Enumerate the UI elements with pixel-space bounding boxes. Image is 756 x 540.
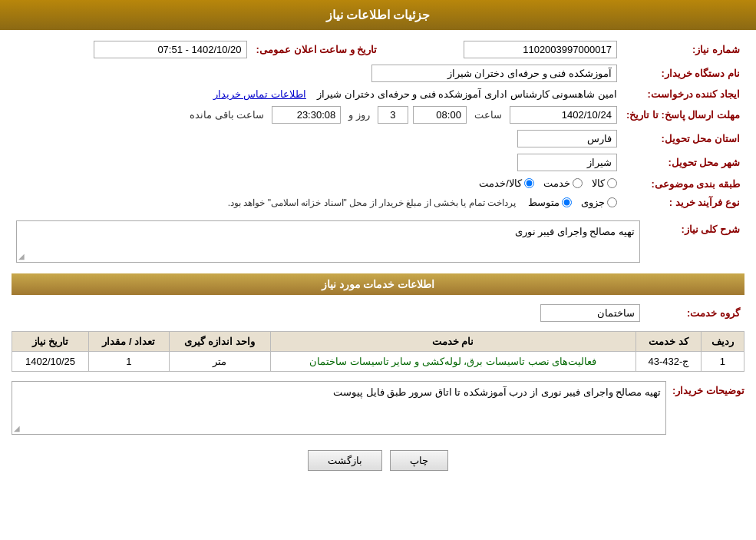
info-table: شماره نیاز: 1102003997000017 تاریخ و ساع… xyxy=(12,38,744,211)
tabaqe-label: طبقه بندی موضوعی: xyxy=(622,174,744,194)
mohlat-date-box: 1402/10/24 xyxy=(510,106,617,124)
shahr-box: شیراز xyxy=(517,154,617,171)
nam-dastgah-box: آموزشکده فنی و حرفه‌ای دختران شیراز xyxy=(371,65,617,82)
radio-kala-khedmat-item: کالا/خدمت xyxy=(479,177,534,189)
radio-kala[interactable] xyxy=(607,178,617,188)
group-value: ساختمان xyxy=(12,301,645,325)
col-unit: واحد اندازه گیری xyxy=(169,332,270,352)
radio-motevaset[interactable] xyxy=(562,197,572,207)
purchase-note: پرداخت تمام یا بخشی از مبلغ خریدار از مح… xyxy=(228,197,516,208)
page-wrapper: جزئیات اطلاعات نیاز شماره نیاز: 11020039… xyxy=(0,0,756,540)
col-name: نام خدمت xyxy=(270,332,636,352)
radio-kala-item: کالا xyxy=(592,177,617,189)
radio-khedmat[interactable] xyxy=(573,178,583,188)
table-row: 1 ج-432-43 فعالیت‌های نصب تاسیسات برق، ل… xyxy=(12,352,744,372)
col-radif: ردیف xyxy=(701,332,744,352)
mohlat-ersal-row: 1402/10/24 ساعت 08:00 3 روز و 23:30:08 xyxy=(12,103,622,127)
mohlat-ersal-label: مهلت ارسال پاسخ: تا تاریخ: xyxy=(622,103,744,127)
print-button[interactable]: چاپ xyxy=(390,450,448,471)
shomara-niaz-box: 1102003997000017 xyxy=(464,41,617,58)
ostan-value: فارس xyxy=(12,127,622,151)
page-title: جزئیات اطلاعات نیاز xyxy=(326,8,431,22)
resize-corner-notes: ◢ xyxy=(14,424,20,432)
nam-dastgah-value: آموزشکده فنی و حرفه‌ای دختران شیراز xyxy=(12,61,622,85)
group-box: ساختمان xyxy=(540,304,640,322)
tabaqe-radio-group: کالا خدمت کالا/خدمت xyxy=(479,177,617,189)
tarikh-label: تاریخ و ساعت اعلان عمومی: xyxy=(252,38,382,61)
sharh-description-box: تهیه مصالح واجرای فیبر نوری ◢ xyxy=(16,220,640,263)
contact-link[interactable]: اطلاعات تماس خریدار xyxy=(213,88,306,100)
buyer-notes-wrapper: تهیه مصالح واجرای فیبر نوری از درب آموزش… xyxy=(12,381,666,435)
shahr-value: شیراز xyxy=(12,151,622,174)
services-table-header: ردیف کد خدمت نام خدمت واحد اندازه گیری ت… xyxy=(12,332,744,352)
radio-khedmat-item: خدمت xyxy=(543,177,583,189)
resize-corner: ◢ xyxy=(18,252,25,260)
radio-motevaset-item: متوسط xyxy=(528,197,572,208)
services-table-body: 1 ج-432-43 فعالیت‌های نصب تاسیسات برق، ل… xyxy=(12,352,744,372)
nooe-farayand-label: نوع فرآیند خرید : xyxy=(622,194,744,211)
cell-code: ج-432-43 xyxy=(636,352,701,372)
mohlat-days-box: 3 xyxy=(378,106,408,124)
col-quantity: تعداد / مقدار xyxy=(89,332,170,352)
mohlat-ersal-flex: 1402/10/24 ساعت 08:00 3 روز و 23:30:08 xyxy=(16,106,617,124)
tarikh-box: 1402/10/20 - 07:51 xyxy=(94,41,247,58)
shomara-niaz-label: شماره نیاز: xyxy=(622,38,744,61)
col-code: کد خدمت xyxy=(636,332,701,352)
buttons-row: چاپ بازگشت xyxy=(12,450,744,471)
shomara-niaz-value: 1102003997000017 xyxy=(381,38,622,61)
cell-name: فعالیت‌های نصب تاسیسات برق، لوله‌کشی و س… xyxy=(270,352,636,372)
cell-radif: 1 xyxy=(701,352,744,372)
content-area: شماره نیاز: 1102003997000017 تاریخ و ساع… xyxy=(0,30,756,479)
page-header: جزئیات اطلاعات نیاز xyxy=(0,0,756,30)
rooz-va-label: روز و xyxy=(348,109,370,121)
shahr-label: شهر محل تحویل: xyxy=(622,151,744,174)
col-date: تاریخ نیاز xyxy=(12,332,89,352)
nam-dastgah-label: نام دستگاه خریدار: xyxy=(622,61,744,85)
cell-quantity: 1 xyxy=(89,352,170,372)
services-table: ردیف کد خدمت نام خدمت واحد اندازه گیری ت… xyxy=(12,331,744,372)
tabaqe-radios: کالا خدمت کالا/خدمت xyxy=(12,174,622,194)
group-table: گروه خدمت: ساختمان xyxy=(12,301,744,325)
remaining-time-box: 23:30:08 xyxy=(272,106,341,124)
saaat-baqi-mande-label: ساعت باقی مانده xyxy=(190,109,264,121)
sharh-value-cell: تهیه مصالح واجرای فیبر نوری ◢ xyxy=(12,217,645,266)
saaat-label: ساعت xyxy=(474,109,502,121)
buyer-notes-label: توضیحات خریدار: xyxy=(672,381,744,396)
radio-jozvi-item: جزوی xyxy=(581,197,617,208)
buyer-notes-box: تهیه مصالح واجرای فیبر نوری از درب آموزش… xyxy=(12,381,666,435)
buyer-notes-section: توضیحات خریدار: تهیه مصالح واجرای فیبر ن… xyxy=(12,381,744,435)
ostan-box: فارس xyxy=(517,130,617,147)
tarikh-value: 1402/10/20 - 07:51 xyxy=(12,38,252,61)
farayand-radio-group: جزوی متوسط xyxy=(528,197,617,208)
khadamat-section-title: اطلاعات خدمات مورد نیاز xyxy=(12,273,744,295)
nooe-farayand-flex: جزوی متوسط پرداخت تمام یا بخشی از مبلغ خ… xyxy=(16,197,617,208)
nooe-farayand-row: جزوی متوسط پرداخت تمام یا بخشی از مبلغ خ… xyxy=(12,194,622,211)
ijad-konande-value: امین شاهسونی کارشناس اداری آموزشکده فنی … xyxy=(12,85,622,103)
ostan-label: استان محل تحویل: xyxy=(622,127,744,151)
cell-unit: متر xyxy=(169,352,270,372)
sharh-label: شرح کلی نیاز: xyxy=(645,217,744,266)
group-label: گروه خدمت: xyxy=(645,301,744,325)
radio-jozvi[interactable] xyxy=(607,197,617,207)
sharh-table: شرح کلی نیاز: تهیه مصالح واجرای فیبر نور… xyxy=(12,217,744,266)
mohlat-time-box: 08:00 xyxy=(413,106,467,124)
ijad-konande-label: ایجاد کننده درخواست: xyxy=(622,85,744,103)
radio-kala-khedmat[interactable] xyxy=(524,178,534,188)
back-button[interactable]: بازگشت xyxy=(308,450,382,471)
cell-date: 1402/10/25 xyxy=(12,352,89,372)
